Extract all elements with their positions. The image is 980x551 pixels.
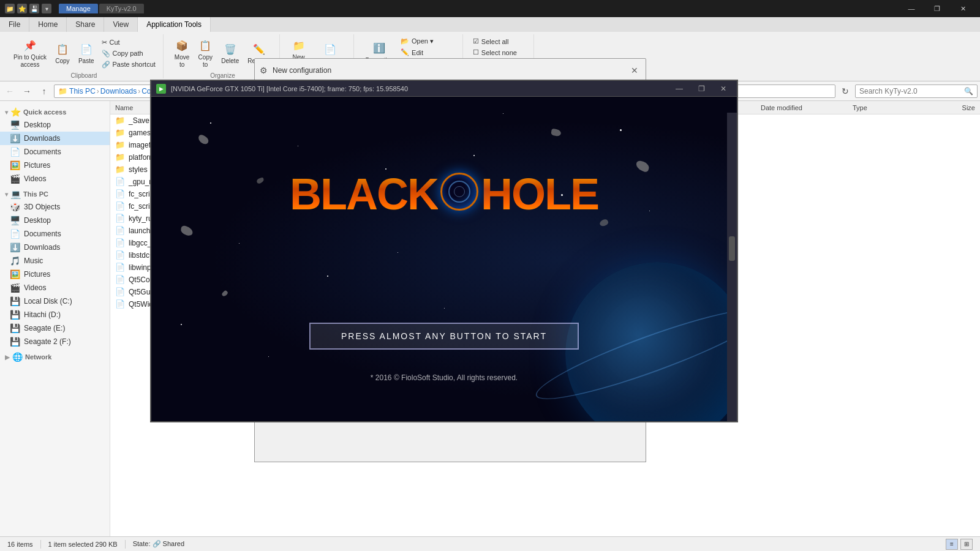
desktop-label: Desktop <box>24 121 51 129</box>
config-close-button[interactable]: ✕ <box>628 64 641 77</box>
star <box>239 243 239 244</box>
tab-view[interactable]: View <box>104 17 138 32</box>
sidebar-section-network[interactable]: ▶ 🌐 Network <box>0 348 110 363</box>
paste-button[interactable]: 📄 Paste <box>75 39 98 67</box>
ribbon-group-clipboard: 📌 Pin to Quickaccess 📋 Copy 📄 Paste ✂ Cu… <box>5 34 164 78</box>
sidebar-item-documents[interactable]: 📄 Documents <box>0 145 110 159</box>
select-all-button[interactable]: ☑ Select all <box>470 36 529 47</box>
file-icon-15: 📄 <box>115 299 125 309</box>
quick-access-label: Quick access <box>23 108 66 116</box>
sidebar-item-hitachi-d[interactable]: 💾 Hitachi (D:) <box>0 308 110 321</box>
tab-home[interactable]: Home <box>29 17 67 32</box>
network-icon: 🌐 <box>12 352 23 362</box>
select-none-button[interactable]: ☐ Select none <box>470 47 529 58</box>
up-button[interactable]: ↑ <box>37 84 51 99</box>
maximize-button[interactable]: ❐ <box>925 2 949 15</box>
details-view-button[interactable]: ≡ <box>946 539 958 550</box>
logo-black-text: BLACK <box>290 169 438 219</box>
minimize-button[interactable]: — <box>899 2 924 15</box>
sidebar-item-pictures-pc[interactable]: 🖼️ Pictures <box>0 268 110 281</box>
copyright-text: * 2016 © FioloSoft Studio, All rights re… <box>371 373 518 382</box>
disk-c-icon: 💾 <box>10 296 20 306</box>
sidebar-item-desktop-pc[interactable]: 🖥️ Desktop <box>0 214 110 227</box>
tab-manage[interactable]: Manage <box>59 4 98 13</box>
file-icon-6: 📄 <box>115 189 125 198</box>
refresh-button[interactable]: ↻ <box>838 84 853 99</box>
file-icon-11: 📄 <box>115 250 125 260</box>
videos-label: Videos <box>24 174 46 183</box>
move-to-button[interactable]: 📦 Moveto <box>171 36 193 71</box>
title-bar: 📁 ⭐ 💾 ▾ Manage KyTy-v2.0 — ❐ ✕ <box>0 0 980 17</box>
cut-button[interactable]: ✂ Cut <box>99 37 158 48</box>
search-input[interactable] <box>859 87 964 96</box>
music-icon: 🎵 <box>10 256 20 266</box>
copy-to-button[interactable]: 📋 Copyto <box>194 36 216 71</box>
star <box>444 308 445 309</box>
select-all-icon: ☑ <box>473 37 479 45</box>
videos-icon: 🎬 <box>10 174 20 184</box>
sidebar-item-3dobjects[interactable]: 🎲 3D Objects <box>0 200 110 214</box>
tab-app-tools[interactable]: Application Tools <box>138 17 211 32</box>
paste-shortcut-button[interactable]: 🔗 Paste shortcut <box>99 59 158 70</box>
game-restore-button[interactable]: ❐ <box>693 83 710 95</box>
sidebar-item-documents-pc[interactable]: 📄 Documents <box>0 227 110 241</box>
downloads-icon: ⬇️ <box>10 133 20 143</box>
sidebar-item-seagate2-f[interactable]: 💾 Seagate 2 (F:) <box>0 335 110 348</box>
col-date[interactable]: Date modified <box>761 104 853 111</box>
pin-quick-access-button[interactable]: 📌 Pin to Quickaccess <box>10 36 50 71</box>
move-icon: 📦 <box>175 38 189 53</box>
edit-label: Edit <box>412 49 423 56</box>
ribbon-tabs-top: Manage KyTy-v2.0 <box>59 4 144 13</box>
space-background: BLACK HOLE PRESS ALMOST ANY BUTTON TO ST… <box>151 97 737 421</box>
star <box>298 146 298 146</box>
sidebar-item-downloads[interactable]: ⬇️ Downloads <box>0 132 110 145</box>
game-minimize-button[interactable]: — <box>671 83 688 95</box>
tab-file[interactable]: File <box>0 17 29 32</box>
docs-pc-icon: 📄 <box>10 229 20 239</box>
open-icon: 📂 <box>401 37 409 45</box>
sidebar-item-downloads-pc[interactable]: ⬇️ Downloads <box>0 241 110 254</box>
copy-path-button[interactable]: 📎 Copy path <box>99 48 158 59</box>
col-type[interactable]: Type <box>853 104 926 111</box>
sidebar-item-videos[interactable]: 🎬 Videos <box>0 172 110 186</box>
start-button[interactable]: PRESS ALMOST ANY BUTTON TO START <box>309 323 579 350</box>
search-box[interactable]: 🔍 <box>855 84 978 98</box>
star <box>268 356 269 357</box>
close-button[interactable]: ✕ <box>951 2 975 15</box>
file-icon-8: 📄 <box>115 214 125 223</box>
delete-button[interactable]: 🗑️ Delete <box>217 39 243 67</box>
game-scrollbar[interactable] <box>727 113 737 421</box>
star <box>503 113 503 114</box>
new-item-icon: 📄 <box>323 42 337 56</box>
large-icons-button[interactable]: ⊞ <box>960 539 973 550</box>
breadcrumb-downloads[interactable]: Downloads <box>100 87 137 96</box>
tab-share[interactable]: Share <box>67 17 104 32</box>
sidebar-item-seagate-e[interactable]: 💾 Seagate (E:) <box>0 321 110 335</box>
edit-button[interactable]: ✏️ Edit <box>398 47 458 58</box>
breadcrumb-thispc[interactable]: 📁 This PC <box>58 87 96 96</box>
pictures-icon: 🖼️ <box>10 160 20 170</box>
sidebar-section-quick-access[interactable]: ▾ ⭐ Quick access <box>0 103 110 118</box>
sidebar-item-pictures[interactable]: 🖼️ Pictures <box>0 159 110 172</box>
sidebar-item-desktop[interactable]: 🖥️ Desktop <box>0 118 110 132</box>
dl-pc-icon: ⬇️ <box>10 242 20 252</box>
copy-button[interactable]: 📋 Copy <box>51 39 74 67</box>
status-selected: 1 item selected 290 KB <box>48 541 118 548</box>
back-button[interactable]: ← <box>2 84 17 99</box>
game-close-button[interactable]: ✕ <box>715 83 732 95</box>
sidebar-section-this-pc[interactable]: ▾ 💻 This PC <box>0 186 110 200</box>
game-content: BLACK HOLE PRESS ALMOST ANY BUTTON TO ST… <box>151 97 737 421</box>
disk-e-label: Seagate (E:) <box>24 324 65 332</box>
sidebar-item-music[interactable]: 🎵 Music <box>0 254 110 268</box>
open-button[interactable]: 📂 Open ▾ <box>398 36 458 47</box>
dropdown-icon[interactable]: ▾ <box>42 4 51 13</box>
select-none-icon: ☐ <box>473 48 479 56</box>
forward-button[interactable]: → <box>20 84 34 99</box>
clipboard-items: 📌 Pin to Quickaccess 📋 Copy 📄 Paste ✂ Cu… <box>10 36 158 71</box>
scrollbar-thumb[interactable] <box>729 236 735 261</box>
sidebar-item-videos-pc[interactable]: 🎬 Videos <box>0 281 110 294</box>
col-size[interactable]: Size <box>926 104 975 111</box>
sidebar-item-local-disk-c[interactable]: 💾 Local Disk (C:) <box>0 294 110 308</box>
pin-label: Pin to Quickaccess <box>13 54 47 69</box>
tab-kyty[interactable]: KyTy-v2.0 <box>99 4 144 13</box>
